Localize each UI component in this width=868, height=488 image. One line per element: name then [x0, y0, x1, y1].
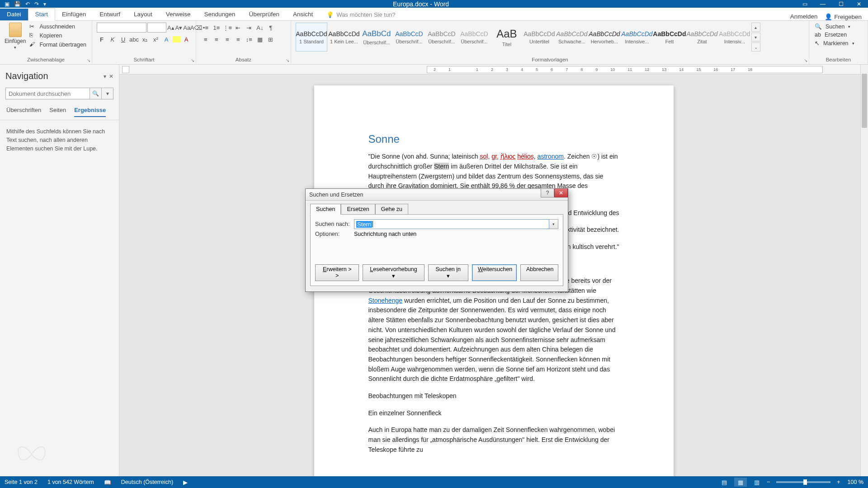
close-icon[interactable]: ✕	[850, 0, 868, 8]
view-print-icon[interactable]: ▦	[734, 478, 747, 487]
tab-ansicht[interactable]: Ansicht	[286, 9, 320, 20]
cancel-button[interactable]: Abbrechen	[520, 264, 558, 281]
tab-start[interactable]: Start	[28, 8, 56, 21]
tab-ueberpruefen[interactable]: Überprüfen	[242, 9, 287, 20]
style-heading2[interactable]: AaBbCcDÜberschrif...	[393, 23, 425, 52]
tab-layout[interactable]: Layout	[127, 9, 159, 20]
justify-icon[interactable]: ≡	[233, 34, 243, 44]
outdent-icon[interactable]: ⇤	[233, 23, 243, 33]
strike-button[interactable]: abc	[129, 34, 139, 44]
change-case-icon[interactable]: Aa	[183, 23, 190, 33]
dialog-launcher-icon[interactable]: ↘	[87, 58, 90, 63]
italic-button[interactable]: K	[108, 34, 118, 44]
style-intense-quote[interactable]: AaBbCcDdIntensiv...	[719, 23, 750, 52]
style-heading4[interactable]: AaBbCcDÜberschrif...	[458, 23, 490, 52]
search-in-button[interactable]: Suchen in ▾Suchen in	[428, 264, 468, 281]
style-quote[interactable]: AaBbCcDdZitat	[686, 23, 718, 52]
search-icon[interactable]: 🔍	[90, 88, 102, 99]
save-icon[interactable]: 💾	[14, 1, 21, 7]
cut-button[interactable]: ✂Ausschneiden	[28, 23, 87, 31]
font-name-input[interactable]	[97, 23, 146, 33]
pilcrow-icon[interactable]: ¶	[266, 23, 276, 33]
underline-button[interactable]: U	[118, 34, 128, 44]
style-subtitle[interactable]: AaBbCcDdUntertitel	[524, 23, 555, 52]
tell-me[interactable]: 💡Was möchten Sie tun?	[320, 9, 402, 20]
horizontal-ruler[interactable]: 21123456789101112131415161718	[427, 66, 823, 73]
more-button[interactable]: Erweitern > >Erweitern > >	[315, 264, 359, 281]
style-subtle-emph[interactable]: AaBbCcDdSchwache...	[556, 23, 588, 52]
dialog-tab-goto[interactable]: Gehe zuGehe zu	[375, 204, 408, 215]
style-no-spacing[interactable]: AaBbCcDd1 Kein Lee...	[328, 23, 360, 52]
status-page[interactable]: Seite 1 von 2	[5, 479, 38, 485]
format-painter-button[interactable]: 🖌Format übertragen	[28, 41, 87, 49]
paste-button[interactable]: Einfügen ▾	[5, 23, 28, 50]
find-input[interactable]: Stern	[354, 219, 549, 229]
minimize-icon[interactable]: —	[814, 0, 832, 8]
nav-close-icon[interactable]: ✕	[109, 73, 113, 80]
status-wordcount[interactable]: 1 von 542 Wörtern	[47, 479, 94, 485]
style-heading1[interactable]: AaBbCdÜberschrif...	[361, 23, 392, 52]
line-spacing-icon[interactable]: ↕≡	[244, 34, 254, 44]
grow-font-icon[interactable]: A▴	[167, 23, 175, 33]
align-right-icon[interactable]: ≡	[222, 34, 232, 44]
highlight-icon[interactable]	[172, 36, 180, 42]
align-left-icon[interactable]: ≡	[201, 34, 211, 44]
sort-icon[interactable]: A↓	[255, 23, 265, 33]
find-button[interactable]: 🔍Suchen▾	[814, 23, 863, 30]
dialog-tab-replace[interactable]: Ersetzen	[341, 204, 375, 215]
indent-icon[interactable]: ⇥	[244, 23, 254, 33]
shrink-font-icon[interactable]: A▾	[175, 23, 183, 33]
status-language[interactable]: Deutsch (Österreich)	[121, 479, 173, 485]
sign-in-link[interactable]: Anmelden	[790, 13, 818, 20]
nav-tab-pages[interactable]: Seiten	[49, 107, 66, 117]
status-proofing-icon[interactable]: 📖	[104, 479, 111, 486]
bold-button[interactable]: F	[97, 34, 107, 44]
view-read-icon[interactable]: ▤	[718, 478, 731, 487]
dialog-titlebar[interactable]: Suchen und Ersetzen ? ✕	[306, 189, 568, 201]
align-center-icon[interactable]: ≡	[212, 34, 222, 44]
ribbon-options-icon[interactable]: ▭	[796, 0, 814, 8]
numbering-icon[interactable]: 1≡	[212, 23, 222, 33]
style-intense-emph[interactable]: AaBbCcDdIntensive...	[621, 23, 653, 52]
find-history-dropdown-icon[interactable]: ▾	[549, 219, 558, 229]
font-size-input[interactable]	[147, 23, 166, 33]
tab-selector-icon[interactable]	[122, 66, 129, 73]
dialog-tab-find[interactable]: SSuchenuchen	[310, 204, 341, 215]
subscript-button[interactable]: x₂	[140, 34, 150, 44]
bullets-icon[interactable]: •≡	[201, 23, 211, 33]
redo-icon[interactable]: ↷	[34, 1, 39, 7]
nav-tab-results[interactable]: Ergebnisse	[74, 107, 106, 117]
tab-verweise[interactable]: Verweise	[159, 9, 198, 20]
qat-more-icon[interactable]: ▾	[43, 1, 46, 7]
vertical-scrollbar[interactable]	[860, 65, 868, 476]
dialog-launcher-icon[interactable]: ↘	[804, 58, 807, 63]
style-emphasis[interactable]: AaBbCcDdHervorheb...	[589, 23, 620, 52]
tab-entwurf[interactable]: Entwurf	[93, 9, 127, 20]
zoom-in-icon[interactable]: +	[837, 479, 840, 485]
select-button[interactable]: ↖Markieren▾	[814, 39, 863, 47]
nav-dropdown-icon[interactable]: ▾	[104, 73, 106, 80]
tab-datei[interactable]: Datei	[0, 9, 28, 20]
superscript-button[interactable]: x²	[151, 34, 160, 44]
style-heading3[interactable]: AaBbCcDÜberschrif...	[426, 23, 458, 52]
reading-highlight-button[interactable]: Lesehervorhebung ▾Lesehervorhebung	[363, 264, 424, 281]
borders-icon[interactable]: ⊞	[266, 34, 276, 44]
dialog-launcher-icon[interactable]: ↘	[191, 58, 194, 63]
shading-icon[interactable]: ▦	[255, 34, 265, 44]
nav-search-input[interactable]	[5, 88, 90, 99]
copy-button[interactable]: ⎘Kopieren	[28, 32, 87, 40]
dialog-help-icon[interactable]: ?	[541, 188, 554, 197]
zoom-level[interactable]: 100 %	[848, 479, 863, 485]
find-next-button[interactable]: WeitersuchenWeitersuchen	[472, 264, 517, 281]
font-color-icon[interactable]: A	[181, 34, 191, 44]
style-standard[interactable]: AaBbCcDd1 Standard	[296, 23, 327, 52]
text-effects-icon[interactable]: A	[161, 34, 171, 44]
zoom-out-icon[interactable]: −	[767, 479, 770, 485]
tab-einfuegen[interactable]: Einfügen	[55, 9, 93, 20]
multilevel-icon[interactable]: ⋮≡	[222, 23, 232, 33]
replace-button[interactable]: abErsetzen	[814, 31, 863, 38]
dialog-launcher-icon[interactable]: ↘	[286, 58, 289, 63]
view-web-icon[interactable]: ▥	[750, 478, 763, 487]
status-macro-icon[interactable]: ▶	[183, 479, 188, 486]
styles-scroll[interactable]: ▴▾⌄	[751, 23, 760, 52]
